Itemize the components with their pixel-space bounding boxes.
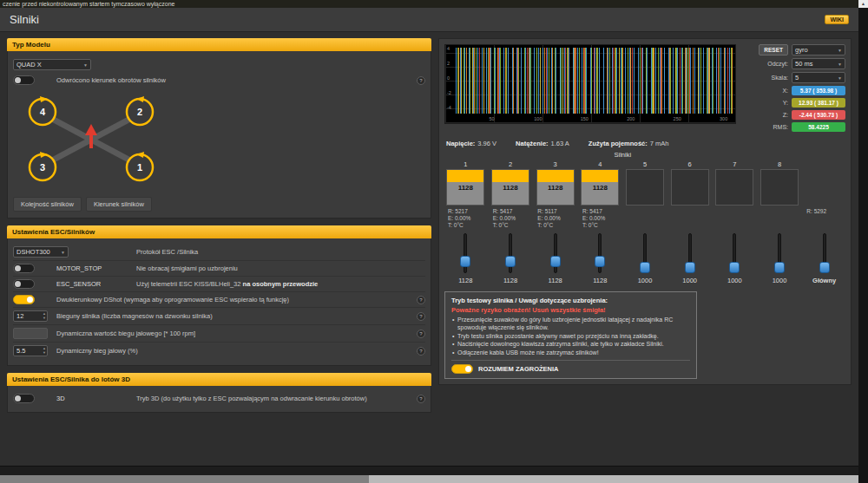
motor-value-box-3: 1128 [536, 169, 575, 206]
warning-list: Przesunięcie suwaków do góry lub uzbroje… [451, 316, 690, 356]
motor-slider-7[interactable] [713, 232, 756, 275]
spinner-icons[interactable]: ▲▼ [43, 312, 46, 320]
toggle-knob [15, 77, 21, 83]
left-column: Typ Modelu QUAD X ▼ Odwrócono kierunek o… [7, 38, 431, 420]
horizontal-scrollbar[interactable] [0, 475, 858, 483]
slider-handle[interactable] [819, 262, 830, 273]
motor-slider-value-5: 1000 [624, 277, 667, 285]
slider-handle[interactable] [640, 262, 650, 273]
esc-protocol-select[interactable]: DSHOT300 ▼ [13, 246, 69, 258]
graph-source-select[interactable]: gyro▼ [792, 44, 845, 55]
dynamic-idle-value-label: Dynamiczna wartość biegu jałowego [* 100… [56, 330, 411, 337]
motor-poles-label: Bieguny silnika (liczba magnesów na dzwo… [56, 312, 411, 320]
motor-slider-8[interactable] [759, 232, 801, 275]
motor-column-header: 4 [579, 160, 621, 169]
motor-telemetry-4: R: 5417E: 0.00%T: 0°C [579, 206, 621, 229]
vertical-scrollbar[interactable]: ▲ [858, 0, 868, 483]
refresh-rate-select[interactable]: 50 ms▼ [792, 58, 845, 69]
motor-number-1: 1 [137, 162, 142, 173]
motor-value-box-8 [760, 169, 799, 206]
master-box-spacer [803, 169, 845, 206]
master-slider[interactable] [803, 232, 845, 275]
help-icon[interactable]: ? [417, 76, 425, 85]
slider-handle[interactable] [550, 256, 561, 267]
motor-number-3: 3 [40, 162, 45, 173]
motor-slider-value-7: 1000 [713, 277, 756, 285]
warning-item: Tryb testu silnika pozostanie aktywny na… [451, 332, 690, 340]
mixer-select[interactable]: QUAD X ▼ [13, 59, 91, 70]
quad-x-svg: 4 2 3 1 [18, 91, 166, 188]
motor-stop-toggle[interactable] [13, 264, 35, 273]
page-header: Silniki WIKI [0, 8, 858, 32]
motor-poles-input[interactable]: 12 ▲▼ [13, 310, 48, 322]
3d-mode-toggle[interactable] [13, 394, 35, 403]
graph-controls: RESET gyro▼ Odczyt: 50 ms▼ S [741, 44, 845, 134]
reverse-motor-direction-toggle[interactable] [13, 75, 35, 85]
3d-mode-label: Tryb 3D (do użytku tylko z ESC pozwalają… [136, 395, 411, 402]
slider-handle[interactable] [774, 262, 785, 273]
motors-panel: 4 2 0 -2 -4 50 100 150 200 250 300 [438, 38, 852, 385]
motor-slider-5[interactable] [624, 232, 667, 275]
wiki-button[interactable]: WIKI [825, 15, 849, 24]
scroll-up-icon[interactable]: ▲ [858, 0, 868, 8]
dynamic-idle-value-input [13, 328, 48, 339]
y-tick: -2 [447, 91, 451, 96]
esc-protocol-label: Protokół ESC /Silnika [136, 248, 425, 256]
idle-percent-input[interactable]: 5.5 ▲▼ [13, 345, 48, 356]
motor-slider-value-6: 1000 [668, 277, 711, 285]
slider-handle[interactable] [595, 256, 605, 267]
horizontal-scrollbar-thumb[interactable] [0, 475, 369, 483]
motor-telemetry-7 [713, 206, 756, 229]
tab-motor-direction[interactable]: Kierunek silników [86, 197, 152, 212]
help-icon[interactable]: ? [417, 296, 425, 304]
chevron-down-icon: ▼ [83, 62, 88, 68]
bidirectional-dshot-toggle[interactable] [13, 295, 35, 304]
chevron-down-icon: ▼ [838, 48, 842, 53]
slider-handle[interactable] [685, 262, 695, 273]
slider-handle[interactable] [729, 262, 740, 273]
warning-item: Naciśnięcie dowolnego klawisza zatrzyma … [451, 340, 690, 348]
content-columns: Typ Modelu QUAD X ▼ Odwrócono kierunek o… [0, 32, 858, 420]
slider-handle[interactable] [505, 256, 516, 267]
motor-column-header: 6 [668, 160, 711, 169]
readout-x-value: 5.37 ( 353.98 ) [792, 86, 845, 95]
y-tick: 0 [447, 76, 450, 82]
scale-select[interactable]: 5▼ [792, 72, 845, 83]
quad-x-diagram: 4 2 3 1 [13, 88, 425, 193]
master-telemetry: R: 5292 [803, 206, 845, 229]
status-footer [0, 466, 858, 475]
slider-handle[interactable] [460, 256, 470, 267]
tab-motor-order[interactable]: Kolejność silników [13, 197, 82, 212]
gyro-graph-traces [456, 48, 733, 114]
motor-slider-2[interactable] [490, 232, 532, 275]
help-icon[interactable]: ? [417, 312, 425, 321]
motor-slider-1[interactable] [444, 232, 487, 275]
help-icon[interactable]: ? [417, 347, 425, 356]
scale-label: Skala: [772, 75, 788, 81]
motor-stop-label: Nie obracaj śmigłami po uzbrojeniu [136, 264, 425, 272]
acknowledge-risk-toggle[interactable] [451, 364, 473, 374]
motor-slider-value-4: 1128 [579, 277, 621, 285]
chevron-down-icon: ▼ [838, 75, 842, 81]
motor-slider-3[interactable] [534, 232, 576, 275]
readout-y-label: Y: [783, 100, 788, 106]
motor-slider-value-1: 1128 [444, 277, 487, 285]
x-tick: 200 [627, 117, 635, 122]
readout-rms-value: 58.4225 [792, 122, 845, 132]
motor-slider-6[interactable] [668, 232, 711, 275]
reset-button[interactable]: RESET [759, 44, 788, 55]
motor-column-header: 2 [490, 160, 532, 169]
esc-settings-section: Ustawienia ESC/Silników DSHOT300 ▼ Proto… [7, 225, 431, 366]
acknowledge-risk-label: ROZUMIEM ZAGROŻENIA [478, 365, 559, 373]
motor-column-header: 3 [534, 160, 576, 169]
bidirectional-dshot-label: Dwukierunkowy DShot (wymaga aby oprogram… [56, 296, 411, 304]
motor-slider-4[interactable] [579, 232, 621, 275]
esc-sensor-toggle[interactable] [13, 279, 35, 289]
motor-telemetry-8 [759, 206, 801, 229]
toggle-knob [15, 395, 21, 401]
help-icon[interactable]: ? [417, 330, 425, 338]
mixer-select-value: QUAD X [16, 61, 42, 69]
readout-z-label: Z: [783, 112, 788, 118]
spinner-icons[interactable]: ▲▼ [43, 347, 46, 355]
help-icon[interactable]: ? [417, 395, 425, 403]
